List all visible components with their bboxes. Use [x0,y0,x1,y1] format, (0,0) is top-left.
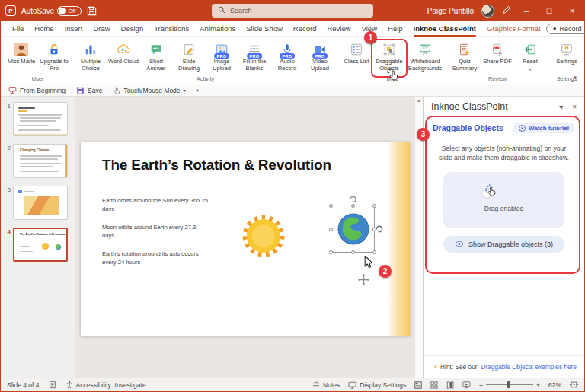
hint-link[interactable]: Draggable Objects examples here [481,363,577,371]
slide-4-thumbnail[interactable]: The Earth’s Rotation & Revolution [13,228,68,262]
button-label: Whiteboard Backgrounds [406,58,444,72]
tab-animations[interactable]: Animations [194,23,241,34]
slide-2-thumbnail[interactable]: Changing Climate [13,144,68,178]
qat-customize-icon[interactable]: ▾ [197,88,199,94]
tab-help[interactable]: Help [382,23,408,34]
draggable-objects-button[interactable]: 1 Draggable Objects [373,40,405,72]
display-icon [348,381,356,389]
slide-drawing-button[interactable]: Slide Drawing [173,40,205,72]
scroll-up-icon[interactable]: ▲ [417,98,421,378]
audio-record-button[interactable]: PRO Audio Record [271,40,303,72]
slide-3-thumbnail[interactable] [13,186,68,220]
fit-to-window-button[interactable] [570,381,578,389]
zoom-in-icon[interactable]: + [536,381,540,389]
user-name[interactable]: Paige Puntillo [427,7,474,15]
selection-handle[interactable] [329,250,333,254]
bullet-3[interactable]: Earth’s rotation around its axis occurs … [102,250,209,267]
spellcheck-icon[interactable] [49,381,56,389]
collapse-ribbon-icon[interactable]: ▾ [574,75,577,81]
tab-transitions[interactable]: Transitions [149,23,194,34]
whiteboard-backgrounds-button[interactable]: Whiteboard Backgrounds [406,40,444,72]
selection-handle[interactable] [329,204,333,208]
slide-1-thumbnail[interactable] [13,102,68,136]
sun-illustration[interactable] [239,212,288,263]
quiz-summary-button[interactable]: Quiz Summary [449,40,481,72]
from-beginning-button[interactable]: From Beginning [8,86,66,94]
pen-icon[interactable] [502,5,511,16]
close-button[interactable]: × [564,6,580,15]
tab-slide-show[interactable]: Slide Show [241,23,288,34]
slide-canvas[interactable]: The Earth’s Rotation & Revolution Earth … [81,142,410,336]
video-upload-button[interactable]: PRO Video Upload [304,40,336,72]
user-photo-icon [14,42,28,56]
display-settings-button[interactable]: Display Settings [348,381,406,389]
watch-tutorial-button[interactable]: Watch tutorial [513,123,575,133]
drag-enabled-card[interactable]: Drag enabled [443,172,564,228]
touch-mouse-mode-button[interactable]: Touch/Mouse Mode ▾ [113,86,185,94]
class-list-button[interactable]: Class List [340,40,372,65]
thumbnail-row-3[interactable]: 3 [2,186,72,220]
selection-handle[interactable] [329,228,333,231]
class-list-icon [350,42,363,56]
short-answer-button[interactable]: Short Answer [140,40,172,72]
tab-insert[interactable]: Insert [59,23,88,34]
slideshow-view-button[interactable] [462,381,471,389]
autosave-toggle[interactable]: Off [57,6,82,16]
tab-home[interactable]: Home [29,23,59,34]
show-draggable-objects-button[interactable]: Show Draggable objects (3) [443,236,564,253]
thumbnail-row-1[interactable]: 1 [2,102,72,136]
rotation-handle-icon[interactable] [348,193,358,207]
tab-file[interactable]: File [7,23,29,34]
zoom-out-icon[interactable]: – [479,381,483,389]
earth-selection-frame[interactable] [331,206,375,253]
search-bar[interactable] [212,4,373,18]
panel-collapse-icon[interactable]: ▾ [559,103,563,111]
save-icon[interactable] [87,6,97,16]
tab-graphics-format[interactable]: Graphics Format [481,23,546,34]
multiple-choice-button[interactable]: Multiple Choice [75,40,107,72]
notes-button[interactable]: Notes [312,381,340,389]
upgrade-to-pro-button[interactable]: Upgrade to Pro [38,40,70,72]
autosave-control[interactable]: AutoSave Off [21,6,82,16]
tab-design[interactable]: Design [116,23,149,34]
record-button[interactable]: ● Record [546,24,585,34]
maximize-button[interactable]: □ [542,6,557,15]
tab-review[interactable]: Review [321,23,356,34]
slide-counter[interactable]: Slide 4 of 4 [7,381,40,389]
reading-view-button[interactable] [446,381,454,389]
tab-inknoe-classpoint[interactable]: Inknoe ClassPoint [408,23,481,34]
selection-handle[interactable] [351,250,355,254]
slide-body-text[interactable]: Earth orbits around the Sun every 365.25… [102,196,209,276]
thumbnail-row-2[interactable]: 2 Changing Climate [2,144,72,178]
zoom-level[interactable]: 62% [548,381,561,389]
panel-close-icon[interactable]: × [572,103,577,111]
accessibility-checker[interactable]: Accessibility: Investigate [66,381,146,389]
watch-tutorial-label: Watch tutorial [529,125,569,132]
settings-button[interactable]: Settings [551,40,583,65]
bullet-2[interactable]: Moon orbits around Earth every 27.3 days [102,223,209,241]
normal-view-button[interactable] [414,381,422,389]
image-upload-button[interactable]: PRO Image Upload [206,40,238,72]
zoom-slider[interactable]: – + [479,381,540,389]
miss-marie-button[interactable]: Miss Marie [5,40,37,65]
user-avatar[interactable] [481,5,494,18]
bullet-1[interactable]: Earth orbits around the Sun every 365.25… [102,196,209,214]
tab-draw[interactable]: Draw [88,23,115,34]
minimize-button[interactable]: – [519,6,534,15]
search-input[interactable] [230,7,352,14]
slide-sorter-view-button[interactable] [430,381,438,389]
reset-button[interactable]: Reset ▾ [514,40,546,72]
tab-record[interactable]: Record [288,23,322,34]
slide-title[interactable]: The Earth’s Rotation & Revolution [102,157,331,174]
editor-vertical-scrollbar[interactable]: ▲ [414,97,423,378]
selection-handle[interactable] [372,250,376,254]
selection-handle[interactable] [372,204,376,208]
fill-in-the-blanks-button[interactable]: PRO Fill in the Blanks [238,40,270,72]
thumbnail-row-4[interactable]: 4 The Earth’s Rotation & Revolution [2,228,72,262]
word-cloud-button[interactable]: Word Cloud [107,40,139,65]
slide-editor-canvas[interactable]: The Earth’s Rotation & Revolution Earth … [75,97,423,378]
qat-save-button[interactable]: Save [76,86,102,94]
section-title: Draggable Objects [433,123,503,132]
zoom-slider-thumb[interactable] [507,381,510,388]
share-pdf-button[interactable]: Share PDF [481,40,513,65]
